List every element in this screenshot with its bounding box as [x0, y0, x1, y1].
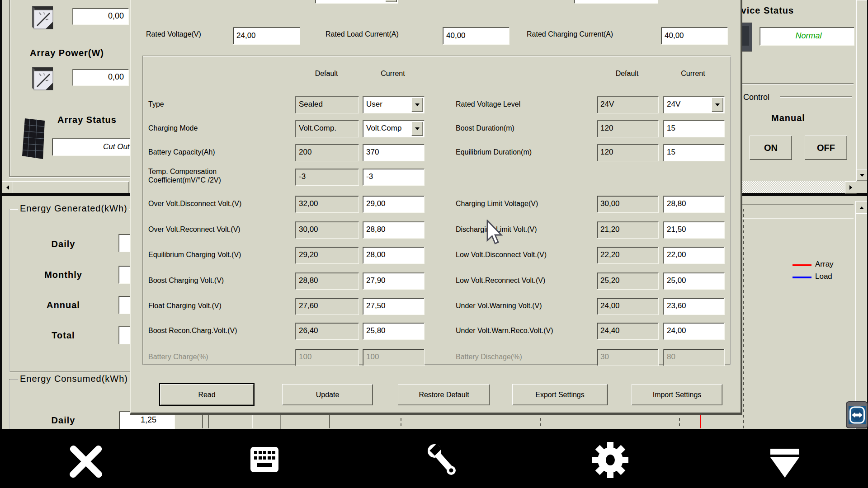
- default-value: 30,00: [296, 222, 359, 237]
- default-value-field: 27,60: [295, 298, 359, 315]
- update-button[interactable]: Update: [282, 384, 373, 405]
- station-name-dropdown[interactable]: Tracbo 101: [315, 0, 398, 4]
- settings-button[interactable]: [591, 441, 629, 479]
- import-settings-button[interactable]: Import Settings: [632, 384, 722, 405]
- energy-consumed-daily-label: Daily: [25, 415, 102, 426]
- array-status-label: Array Status: [57, 115, 117, 125]
- vscroll-down-button[interactable]: [856, 169, 868, 181]
- button-label: Restore Default: [419, 391, 469, 399]
- solar-panel-icon: [20, 117, 47, 162]
- setting-label: Over Volt.Disconnect Volt.(V): [148, 199, 297, 208]
- current-value-field[interactable]: 15: [663, 120, 725, 137]
- current-value-field: 80: [663, 349, 725, 366]
- default-value-field: 21,20: [597, 221, 659, 239]
- current-value-field[interactable]: 23,60: [663, 298, 725, 315]
- current-value-field[interactable]: 22,00: [663, 247, 725, 264]
- button-label: Import Settings: [653, 391, 702, 399]
- teamviewer-badge[interactable]: [846, 400, 868, 430]
- current-value: 80: [664, 349, 724, 365]
- load-on-button[interactable]: ON: [750, 136, 792, 160]
- read-button[interactable]: Read: [160, 384, 254, 405]
- current-value-field[interactable]: 15: [663, 144, 725, 161]
- setting-label: Boost Duration(m): [456, 124, 596, 132]
- rated-voltage-field: 24,00: [233, 27, 300, 45]
- setting-label: Battery Dischage(%): [456, 352, 596, 361]
- default-value: 24,40: [597, 323, 658, 338]
- hscroll-thumb[interactable]: [13, 181, 129, 194]
- setting-label: Over Volt.Reconnect Volt.(V): [148, 225, 297, 234]
- current-value-field[interactable]: -3: [363, 169, 425, 186]
- tools-button[interactable]: [425, 442, 459, 480]
- default-value-field: 100: [295, 349, 359, 366]
- chart-gridline-dashed: [743, 209, 744, 428]
- scroll-left-icon: [6, 185, 9, 190]
- current-value: 25,80: [363, 323, 424, 338]
- setting-label: Battery Charge(%): [148, 352, 297, 361]
- dropdown-button[interactable]: [411, 122, 423, 136]
- window-edge-left: [0, 0, 2, 429]
- pane-border: [9, 0, 10, 177]
- rated-charging-current-field: 40,00: [661, 27, 728, 45]
- current-value-dropdown[interactable]: Volt.Comp: [363, 120, 425, 137]
- collapse-icon: [769, 448, 801, 479]
- scroll-up-icon: [859, 206, 864, 209]
- close-button[interactable]: [68, 444, 104, 480]
- hscroll-right-button[interactable]: [845, 181, 857, 194]
- current-value-dropdown[interactable]: User: [363, 96, 425, 113]
- current-value-field[interactable]: 21,50: [663, 221, 725, 239]
- current-value-field[interactable]: 28,00: [363, 247, 425, 264]
- dropdown-button[interactable]: [411, 98, 423, 112]
- wrench-icon: [425, 442, 459, 479]
- current-value-field[interactable]: 24,00: [663, 323, 725, 340]
- array-current-field: 0,00: [72, 8, 129, 25]
- dropdown-button[interactable]: [712, 98, 723, 112]
- hscroll-track-right[interactable]: [741, 181, 845, 193]
- default-value: 30: [597, 349, 658, 365]
- setting-label: Discharging Limit Volt.(V): [456, 225, 596, 234]
- current-value-field[interactable]: 27,90: [363, 272, 425, 290]
- keyboard-button[interactable]: [250, 446, 279, 473]
- setting-label: Temp. Compensation Coefficient(mV/°C /2V…: [148, 167, 297, 184]
- current-value-field[interactable]: 25,80: [363, 323, 425, 340]
- station-name-dropdown-button[interactable]: [385, 0, 397, 2]
- rated-load-current-label: Rated Load Current(A): [326, 30, 399, 38]
- current-value: 27,90: [363, 273, 424, 288]
- vscroll-thumb-lower[interactable]: [855, 213, 868, 429]
- setting-label: Boost Recon.Charg.Volt.(V): [148, 326, 297, 335]
- default-value-field: 24,00: [597, 298, 659, 315]
- load-off-button[interactable]: OFF: [805, 136, 847, 160]
- default-value-field: 120: [597, 144, 659, 161]
- chart-pane-border: [741, 204, 854, 205]
- collapse-button[interactable]: [769, 447, 801, 480]
- current-value-field[interactable]: 370: [363, 144, 425, 161]
- array-power-label: Array Power(W): [30, 48, 104, 58]
- dropdown-arrow-icon: [415, 103, 420, 106]
- default-value-field: 120: [597, 120, 659, 137]
- current-value: 23,60: [664, 298, 724, 314]
- current-value-field[interactable]: 29,00: [363, 196, 425, 213]
- vscroll-up-button-lower[interactable]: [855, 201, 868, 214]
- vscroll-thumb-upper[interactable]: [856, 0, 868, 170]
- hscroll-left-button[interactable]: [2, 181, 14, 194]
- default-value-field: 28,80: [295, 272, 359, 290]
- default-value: -3: [296, 169, 359, 184]
- default-value: 120: [597, 121, 658, 136]
- screen: 0,00 Array Power(W) 0,00 Array Status: [0, 0, 868, 488]
- current-value-field[interactable]: 28,80: [663, 196, 725, 213]
- current-value: 25,00: [664, 273, 724, 288]
- current-value-field[interactable]: 25,00: [663, 272, 725, 290]
- setting-label: Charging Mode: [148, 124, 297, 132]
- current-value-field[interactable]: 27,50: [363, 298, 425, 315]
- array-power-value: 0,00: [73, 70, 128, 84]
- load-mode-label: Manual: [771, 113, 805, 123]
- current-value-dropdown[interactable]: 24V: [663, 96, 725, 113]
- export-settings-button[interactable]: Export Settings: [512, 384, 608, 405]
- restore-default-button[interactable]: Restore Default: [398, 384, 490, 405]
- default-value-field: 25,20: [597, 272, 659, 290]
- default-value: 30,00: [597, 196, 658, 211]
- energy-consumed-title: Energy Consumed(kWh): [18, 374, 130, 384]
- current-value: 29,00: [363, 196, 424, 211]
- current-value-field[interactable]: 28,80: [363, 221, 425, 239]
- default-value: 29,20: [296, 247, 359, 263]
- device-id-field[interactable]: [574, 0, 658, 4]
